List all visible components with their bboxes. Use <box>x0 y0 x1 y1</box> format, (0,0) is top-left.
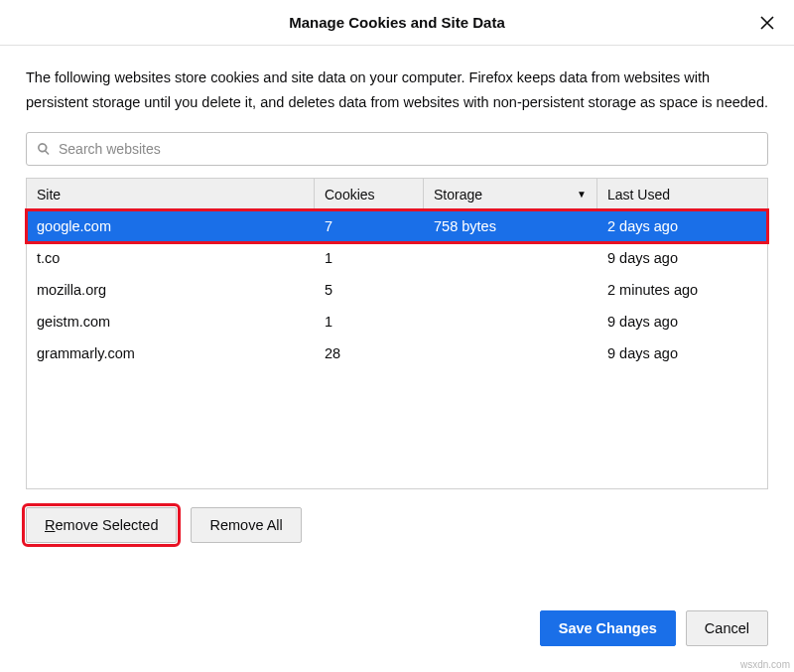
cell-last-used: 2 days ago <box>597 218 767 234</box>
cell-cookies: 1 <box>315 314 424 330</box>
description-text: The following websites store cookies and… <box>26 66 768 114</box>
column-last-used[interactable]: Last Used <box>597 179 767 209</box>
dialog-title: Manage Cookies and Site Data <box>289 14 505 31</box>
column-cookies[interactable]: Cookies <box>315 179 424 209</box>
cell-cookies: 5 <box>315 282 424 298</box>
table-row[interactable]: grammarly.com 28 9 days ago <box>27 337 767 369</box>
close-button[interactable] <box>754 10 780 36</box>
search-field-wrap[interactable] <box>26 132 768 166</box>
dialog-body: The following websites store cookies and… <box>0 46 794 543</box>
cell-cookies: 28 <box>315 345 424 361</box>
cell-last-used: 9 days ago <box>597 345 767 361</box>
watermark-text: wsxdn.com <box>740 659 790 670</box>
row-actions: Remove Selected Remove All <box>26 507 768 543</box>
cell-storage: 758 bytes <box>424 218 597 234</box>
cell-last-used: 9 days ago <box>597 250 767 266</box>
table-row[interactable]: mozilla.org 5 2 minutes ago <box>27 274 767 306</box>
cancel-button[interactable]: Cancel <box>686 610 768 646</box>
column-storage[interactable]: Storage▼ <box>424 179 597 209</box>
table-row[interactable]: t.co 1 9 days ago <box>27 242 767 274</box>
dialog-header: Manage Cookies and Site Data <box>0 0 794 46</box>
cell-site: geistm.com <box>27 314 315 330</box>
remove-all-button[interactable]: Remove All <box>191 507 301 543</box>
dialog-footer: Save Changes Cancel <box>540 610 768 646</box>
search-input[interactable] <box>59 141 757 157</box>
cell-last-used: 9 days ago <box>597 314 767 330</box>
cell-site: google.com <box>27 218 315 234</box>
sites-table: Site Cookies Storage▼ Last Used google.c… <box>26 178 768 489</box>
sort-desc-icon: ▼ <box>577 189 587 200</box>
table-header-row: Site Cookies Storage▼ Last Used <box>27 179 767 210</box>
cell-site: grammarly.com <box>27 345 315 361</box>
cell-cookies: 7 <box>315 218 424 234</box>
close-icon <box>758 14 776 32</box>
table-row[interactable]: google.com 7 758 bytes 2 days ago <box>27 210 767 242</box>
cell-site: mozilla.org <box>27 282 315 298</box>
search-icon <box>37 142 51 156</box>
table-body: google.com 7 758 bytes 2 days ago t.co 1… <box>27 210 767 488</box>
cell-cookies: 1 <box>315 250 424 266</box>
cell-last-used: 2 minutes ago <box>597 282 767 298</box>
remove-selected-button[interactable]: Remove Selected <box>26 507 177 543</box>
column-site[interactable]: Site <box>27 179 315 209</box>
save-changes-button[interactable]: Save Changes <box>540 610 676 646</box>
table-row[interactable]: geistm.com 1 9 days ago <box>27 306 767 337</box>
cell-site: t.co <box>27 250 315 266</box>
